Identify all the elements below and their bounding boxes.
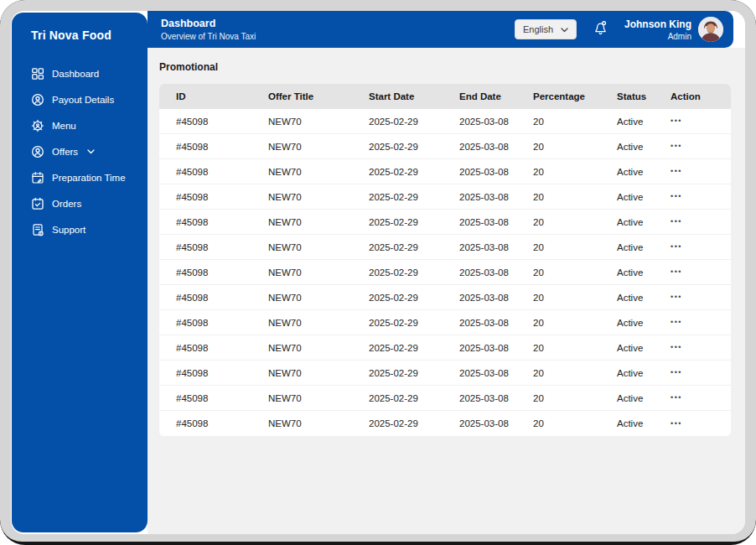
cell-id: #45098: [176, 343, 268, 353]
notifications-button[interactable]: [592, 19, 609, 40]
cell-end-date: 2025-03-08: [459, 393, 533, 403]
sidebar-item-offers[interactable]: Offers: [12, 138, 148, 164]
sidebar-item-label: Support: [52, 225, 85, 235]
cell-start-date: 2025-02-29: [369, 418, 459, 428]
row-actions-button[interactable]: •••: [671, 319, 731, 326]
page-subtitle: Overview of Tri Nova Taxi: [161, 32, 256, 41]
table-row: #45098 NEW70 2025-02-29 2025-03-08 20 Ac…: [159, 361, 731, 386]
cell-id: #45098: [176, 117, 268, 127]
cell-end-date: 2025-03-08: [459, 242, 533, 252]
row-actions-button[interactable]: •••: [671, 143, 731, 150]
row-actions-button[interactable]: •••: [671, 268, 731, 276]
sidebar-item-payout-details[interactable]: Payout Details: [12, 86, 148, 112]
row-actions-button[interactable]: •••: [671, 218, 731, 226]
sidebar-item-orders[interactable]: Orders: [12, 190, 148, 216]
cell-status: Active: [617, 393, 671, 403]
avatar[interactable]: [698, 17, 723, 42]
cell-offer-title: NEW70: [268, 192, 369, 202]
section-title: Promotional: [159, 61, 745, 73]
user-circle-icon: [31, 145, 44, 158]
main-content: Promotional ID Offer Title Start Date En…: [148, 48, 745, 534]
calendar-edit-icon: [31, 171, 44, 184]
cell-start-date: 2025-02-29: [369, 117, 459, 127]
sidebar-item-dashboard[interactable]: Dashboard: [12, 60, 148, 86]
cell-percentage: 20: [533, 142, 617, 152]
sidebar-item-label: Preparation Time: [52, 173, 126, 183]
cell-id: #45098: [176, 217, 268, 227]
cell-offer-title: NEW70: [268, 318, 369, 328]
col-header-end-date: End Date: [459, 91, 533, 101]
sidebar-item-menu[interactable]: Menu: [12, 112, 148, 138]
col-header-offer-title: Offer Title: [268, 91, 369, 101]
row-actions-button[interactable]: •••: [671, 344, 731, 351]
cell-id: #45098: [176, 293, 268, 303]
table-row: #45098 NEW70 2025-02-29 2025-03-08 20 Ac…: [159, 210, 731, 235]
user-circle-icon: [31, 93, 44, 106]
cell-percentage: 20: [533, 368, 617, 378]
cell-end-date: 2025-03-08: [459, 142, 533, 152]
cell-id: #45098: [176, 167, 268, 177]
row-actions-button[interactable]: •••: [671, 293, 731, 301]
user-text: Johnson King Admin: [624, 18, 691, 41]
cell-end-date: 2025-03-08: [459, 343, 533, 353]
cell-percentage: 20: [533, 192, 617, 202]
row-actions-button[interactable]: •••: [671, 117, 731, 125]
cell-percentage: 20: [533, 318, 617, 328]
sidebar-item-preparation-time[interactable]: Preparation Time: [12, 164, 148, 190]
cell-status: Active: [617, 217, 671, 227]
cell-start-date: 2025-02-29: [369, 293, 459, 303]
table-row: #45098 NEW70 2025-02-29 2025-03-08 20 Ac…: [159, 386, 731, 411]
chevron-down-icon: [561, 24, 568, 34]
cell-start-date: 2025-02-29: [369, 167, 459, 177]
cell-percentage: 20: [533, 242, 617, 252]
cell-status: Active: [617, 318, 671, 328]
cell-start-date: 2025-02-29: [369, 318, 459, 328]
table-row: #45098 NEW70 2025-02-29 2025-03-08 20 Ac…: [159, 335, 731, 361]
app-title: Tri Nova Food: [12, 13, 148, 42]
cell-end-date: 2025-03-08: [459, 217, 533, 227]
sidebar-item-label: Menu: [52, 121, 76, 131]
cell-status: Active: [617, 293, 671, 303]
col-header-percentage: Percentage: [533, 91, 617, 101]
table-row: #45098 NEW70 2025-02-29 2025-03-08 20 Ac…: [159, 235, 731, 260]
table-row: #45098 NEW70 2025-02-29 2025-03-08 20 Ac…: [159, 260, 731, 285]
cell-offer-title: NEW70: [268, 117, 369, 127]
bell-icon: [592, 19, 609, 40]
sidebar-item-support[interactable]: Support: [12, 216, 148, 242]
row-actions-button[interactable]: •••: [671, 168, 731, 175]
header-titles: Dashboard Overview of Tri Nova Taxi: [161, 18, 256, 41]
col-header-status: Status: [617, 91, 671, 101]
cell-start-date: 2025-02-29: [369, 343, 459, 353]
app-card: Dashboard Overview of Tri Nova Taxi Engl…: [11, 11, 745, 534]
cell-percentage: 20: [533, 217, 617, 227]
cell-offer-title: NEW70: [268, 393, 369, 403]
table-body: #45098 NEW70 2025-02-29 2025-03-08 20 Ac…: [159, 109, 731, 436]
cell-status: Active: [617, 418, 671, 428]
cell-id: #45098: [176, 393, 268, 403]
table-row: #45098 NEW70 2025-02-29 2025-03-08 20 Ac…: [159, 159, 731, 184]
user-profile[interactable]: Johnson King Admin: [624, 17, 723, 42]
row-actions-button[interactable]: •••: [671, 369, 731, 376]
sidebar: Tri Nova Food Dashboard: [12, 13, 148, 532]
cell-percentage: 20: [533, 343, 617, 353]
cell-start-date: 2025-02-29: [369, 242, 459, 252]
row-actions-button[interactable]: •••: [671, 243, 731, 251]
sidebar-item-label: Payout Details: [52, 95, 114, 105]
cell-end-date: 2025-03-08: [459, 117, 533, 127]
language-selector[interactable]: English: [515, 19, 577, 39]
cell-start-date: 2025-02-29: [369, 267, 459, 278]
support-doc-icon: [31, 223, 44, 236]
table-header-row: ID Offer Title Start Date End Date Perce…: [159, 84, 731, 109]
cell-percentage: 20: [533, 418, 617, 428]
cell-percentage: 20: [533, 393, 617, 403]
row-actions-button[interactable]: •••: [671, 193, 731, 200]
cell-status: Active: [617, 267, 671, 278]
sidebar-nav: Dashboard Payout Details: [12, 60, 148, 242]
cell-percentage: 20: [533, 267, 617, 278]
row-actions-button[interactable]: •••: [671, 420, 731, 428]
row-actions-button[interactable]: •••: [671, 394, 731, 402]
cell-id: #45098: [176, 368, 268, 378]
cell-end-date: 2025-03-08: [459, 318, 533, 328]
gear-user-icon: [31, 119, 44, 132]
cell-start-date: 2025-02-29: [369, 393, 459, 403]
